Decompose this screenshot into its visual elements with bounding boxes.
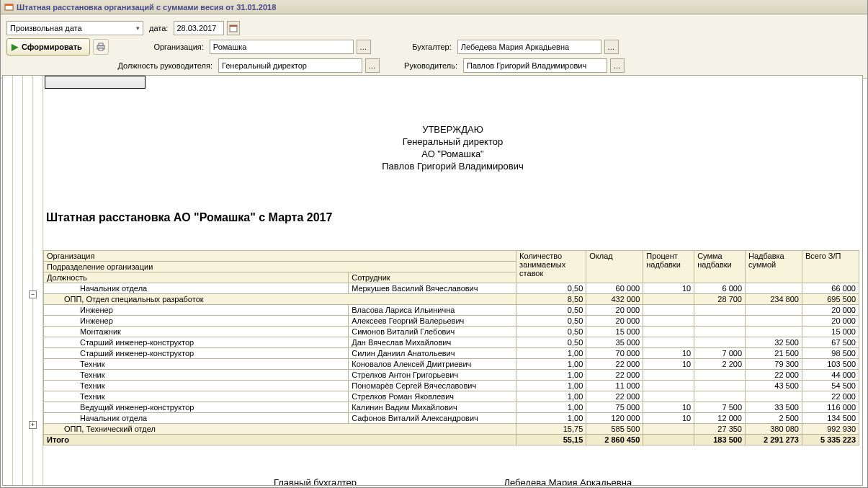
outline-gutter: − +	[3, 76, 43, 485]
print-button[interactable]	[93, 39, 109, 55]
col-org: Организация	[44, 251, 516, 262]
org-select-button[interactable]: …	[357, 40, 371, 54]
col-sum: Сумма надбавки	[694, 251, 746, 283]
generate-button[interactable]: ▶ Сформировать	[6, 38, 90, 56]
svg-rect-1	[5, 4, 13, 6]
accountant-select-button[interactable]: …	[604, 40, 619, 54]
accountant-label: Бухгалтер:	[395, 43, 455, 51]
totals-row: Итого 55,15 2 860 450 183 500 2 291 273 …	[44, 435, 859, 445]
col-emp: Сотрудник	[349, 272, 516, 283]
org-input[interactable]: Ромашка	[210, 40, 354, 54]
table-row[interactable]: ТехникПономарёв Сергей Вячеславович1,001…	[44, 381, 859, 391]
table-row[interactable]: ТехникСтрелков Роман Яковлевич1,0022 000…	[44, 391, 859, 402]
col-bonus: Надбавка суммой	[746, 251, 802, 283]
col-pct: Процент надбавки	[643, 251, 694, 283]
svg-rect-6	[99, 48, 103, 50]
approval-block: УТВЕРЖДАЮ Генеральный директор АО "Ромаш…	[43, 123, 862, 172]
app-icon	[4, 2, 14, 12]
report-title: Штатная расстановка АО "Ромашка" с Марта…	[46, 211, 862, 224]
table-row[interactable]: ТехникКоновалов Алексей Дмитриевич1,0022…	[44, 359, 859, 370]
table-row[interactable]: ОПП, Отдел специальных разработок8,50432…	[44, 294, 859, 305]
header-row-org: Организация Количество занимаемых ставок…	[44, 251, 859, 262]
col-total: Всего З/П	[802, 251, 859, 283]
signature-underline	[359, 478, 496, 486]
calendar-icon	[229, 24, 238, 32]
table-row[interactable]: ИнженерАлексеев Георгий Валерьевич0,5020…	[44, 316, 859, 327]
table-row[interactable]: ИнженерВласова Лариса Ильинична0,5020 00…	[44, 305, 859, 316]
selection-marker[interactable]	[45, 76, 146, 89]
play-icon: ▶	[12, 42, 18, 52]
svg-rect-3	[230, 25, 237, 27]
table-row[interactable]: ОПП, Технический отдел15,75585 50027 350…	[44, 424, 859, 435]
pos-label: Должность руководителя:	[106, 61, 215, 70]
table-row[interactable]: Старший инженер-конструкторДан Вячеслав …	[44, 337, 859, 348]
head-label: Руководитель:	[382, 61, 460, 70]
col-dept: Подразделение организации	[44, 262, 516, 272]
pos-input[interactable]: Генеральный директор	[218, 58, 362, 73]
pos-select-button[interactable]: …	[365, 58, 380, 73]
calendar-button[interactable]	[227, 21, 240, 35]
head-input[interactable]: Павлов Григорий Владимирович	[463, 58, 607, 73]
report-area[interactable]: − + УТВЕРЖДАЮ Генеральный директор АО "Р…	[2, 75, 863, 486]
window-title: Штатная расстановка организаций с суммам…	[17, 3, 276, 12]
accountant-input[interactable]: Лебедева Мария Аркадьевна	[457, 40, 601, 54]
org-label: Организация:	[151, 43, 207, 51]
head-select-button[interactable]: …	[610, 58, 625, 73]
col-pos: Должность	[44, 272, 349, 283]
date-label: дата:	[146, 24, 171, 32]
printer-icon	[96, 42, 106, 52]
col-rates: Количество занимаемых ставок	[516, 251, 586, 283]
table-row[interactable]: ТехникСтрелков Антон Григорьевич1,0022 0…	[44, 370, 859, 381]
col-salary: Оклад	[586, 251, 643, 283]
table-row[interactable]: МонтажникСимонов Виталий Глебович0,5015 …	[44, 327, 859, 337]
signature-line: Главный бухгалтер Лебедева Мария Аркадье…	[43, 477, 862, 486]
table-row[interactable]: Начальник отделаСафонов Виталий Александ…	[44, 413, 859, 424]
date-mode-select[interactable]: Произвольная дата ▾	[6, 21, 143, 35]
totals-label: Итого	[44, 435, 516, 445]
report-table: Организация Количество занимаемых ставок…	[43, 250, 859, 445]
app-window: Штатная расстановка организаций с суммам…	[0, 0, 868, 488]
table-row[interactable]: Начальник отделаМеркушев Василий Вячесла…	[44, 283, 859, 294]
chevron-down-icon: ▾	[136, 25, 140, 32]
svg-rect-5	[99, 43, 103, 45]
date-input[interactable]: 28.03.2017	[174, 21, 224, 35]
tree-expand-button[interactable]: +	[29, 421, 37, 429]
toolbar: Произвольная дата ▾ дата: 28.03.2017 ▶ С…	[1, 14, 867, 79]
table-row[interactable]: Старший инженер-конструкторСилин Даниил …	[44, 348, 859, 359]
tree-collapse-button[interactable]: −	[29, 290, 37, 298]
report-document: УТВЕРЖДАЮ Генеральный директор АО "Ромаш…	[43, 76, 862, 486]
table-row[interactable]: Ведущий инженер-конструкторКалинин Вадим…	[44, 402, 859, 413]
title-bar: Штатная расстановка организаций с суммам…	[1, 0, 867, 14]
